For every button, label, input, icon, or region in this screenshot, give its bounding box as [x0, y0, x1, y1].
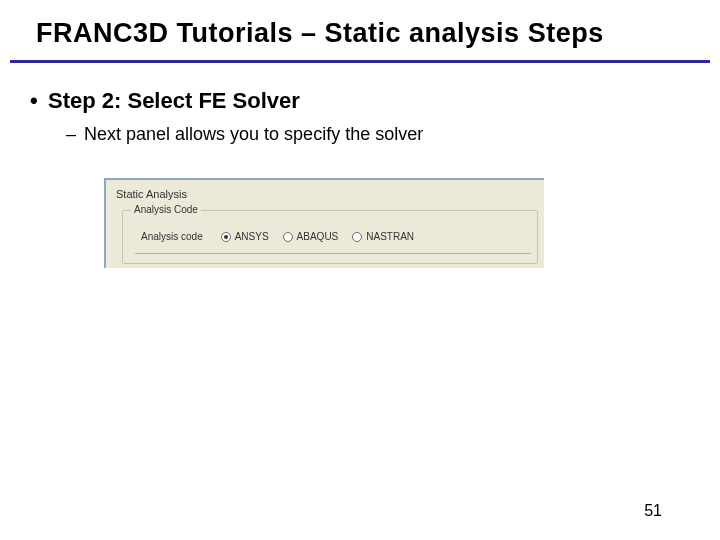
- radio-icon: [352, 232, 362, 242]
- groupbox-label: Analysis Code: [131, 204, 201, 215]
- radio-icon: [221, 232, 231, 242]
- title-underline: [10, 60, 710, 63]
- radio-label-nastran: NASTRAN: [366, 231, 414, 242]
- dialog-title: Static Analysis: [116, 188, 187, 200]
- radio-row: Analysis code ANSYS ABAQUS NASTRAN: [141, 231, 529, 242]
- dialog-panel: Static Analysis Analysis Code Analysis c…: [104, 178, 544, 268]
- page-number: 51: [644, 502, 662, 520]
- radio-label-abaqus: ABAQUS: [297, 231, 339, 242]
- radio-option-abaqus[interactable]: ABAQUS: [283, 231, 339, 242]
- analysis-code-groupbox: Analysis Code Analysis code ANSYS ABAQUS…: [122, 210, 538, 264]
- radio-option-nastran[interactable]: NASTRAN: [352, 231, 414, 242]
- slide-title: FRANC3D Tutorials – Static analysis Step…: [36, 18, 710, 49]
- analysis-code-label: Analysis code: [141, 231, 203, 242]
- radio-icon: [283, 232, 293, 242]
- radio-label-ansys: ANSYS: [235, 231, 269, 242]
- group-divider: [135, 253, 531, 254]
- bullet-dash: –: [66, 124, 84, 145]
- bullet-level1-text: Step 2: Select FE Solver: [48, 88, 300, 113]
- bullet-dot: •: [30, 88, 48, 114]
- slide: FRANC3D Tutorials – Static analysis Step…: [0, 0, 720, 540]
- bullet-level1: •Step 2: Select FE Solver: [30, 88, 690, 114]
- bullet-level2: –Next panel allows you to specify the so…: [66, 124, 690, 145]
- radio-option-ansys[interactable]: ANSYS: [221, 231, 269, 242]
- bullet-list: •Step 2: Select FE Solver –Next panel al…: [30, 88, 690, 145]
- bullet-level2-text: Next panel allows you to specify the sol…: [84, 124, 423, 144]
- dialog-client-area: Static Analysis Analysis Code Analysis c…: [108, 182, 544, 268]
